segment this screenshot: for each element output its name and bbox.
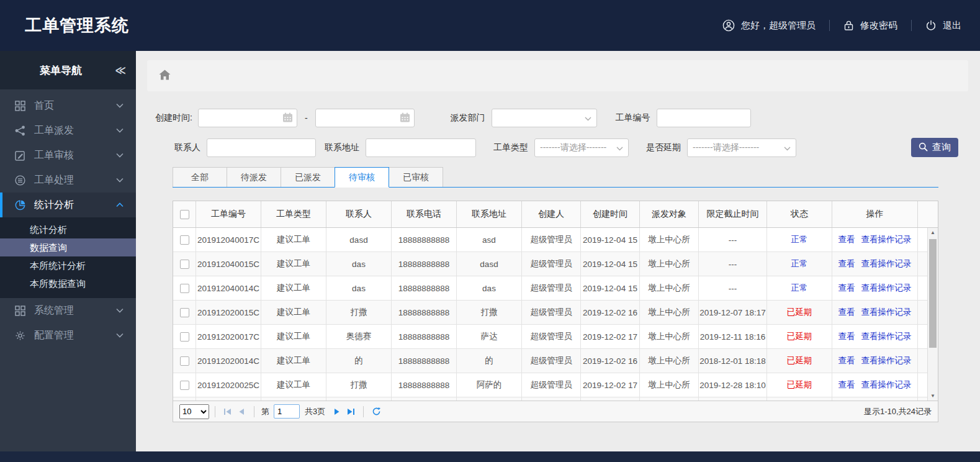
row-checkbox[interactable] — [180, 356, 189, 366]
view-log-link[interactable]: 查看操作记录 — [861, 258, 912, 270]
home-icon[interactable] — [159, 70, 171, 83]
view-log-link[interactable]: 查看操作记录 — [861, 307, 912, 318]
table-row: 201912020015C建议工单打撒18888888888打撒超级管理员201… — [173, 301, 938, 325]
divider — [911, 20, 912, 31]
search-icon — [919, 142, 928, 153]
sidebar-item-工单派发[interactable]: 工单派发 — [0, 118, 136, 143]
prev-page-button[interactable] — [235, 405, 248, 419]
row-checkbox[interactable] — [180, 332, 189, 342]
contact-input[interactable] — [207, 138, 316, 157]
next-page-button[interactable] — [330, 405, 344, 419]
row-checkbox[interactable] — [180, 235, 189, 245]
tab-全部[interactable]: 全部 — [173, 167, 227, 187]
table-cell: 18888888888 — [392, 228, 457, 251]
order-no-input[interactable] — [657, 109, 751, 127]
view-log-link[interactable]: 查看操作记录 — [861, 355, 912, 366]
view-link[interactable]: 查看 — [838, 258, 855, 270]
created-time-start-input[interactable] — [198, 109, 297, 127]
row-checkbox[interactable] — [180, 284, 189, 293]
status-badge: 正常 — [791, 234, 808, 245]
search-button-label: 查询 — [932, 142, 951, 153]
order-type-label: 工单类型 — [493, 142, 528, 153]
table-cell: 2018-12-01 18:18 — [699, 349, 767, 373]
table-cell: 2019-12-02 17 — [581, 373, 640, 397]
actions-cell — [832, 397, 918, 401]
column-header: 派发对象 — [640, 201, 699, 227]
status-cell: 正常 — [767, 276, 832, 300]
sidebar-item-统计分析[interactable]: 统计分析 — [0, 192, 136, 217]
address-input[interactable] — [366, 138, 476, 157]
select-all-cell — [173, 201, 196, 227]
column-header: 工单编号 — [196, 201, 261, 227]
table-row: 201912040017C建议工单dasd18888888888asd超级管理员… — [173, 228, 938, 252]
range-separator: - — [305, 113, 308, 123]
sidebar-subitem-统计分析[interactable]: 统计分析 — [0, 220, 136, 238]
dispatch-dept-select[interactable] — [492, 109, 597, 127]
user-greeting[interactable]: 您好，超级管理员 — [722, 19, 816, 32]
sidebar-subitem-本所统计分析[interactable]: 本所统计分析 — [0, 256, 136, 274]
logout-button[interactable]: 退出 — [925, 20, 961, 32]
status-cell: 已延期 — [767, 325, 832, 348]
column-header: 工单类型 — [261, 201, 326, 227]
sidebar-item-工单审核[interactable]: 工单审核 — [0, 143, 136, 168]
column-header: 限定截止时间 — [699, 201, 767, 227]
actions-cell: 查看查看操作记录 — [832, 325, 918, 348]
chevron-up-icon — [116, 202, 124, 207]
scroll-down-icon[interactable]: ▼ — [928, 391, 938, 401]
created-time-label: 创建时间: — [155, 112, 192, 124]
work-order-table: 工单编号工单类型联系人联系电话联系地址创建人创建时间派发对象限定截止时间状态操作… — [173, 201, 938, 422]
row-checkbox[interactable] — [180, 260, 189, 269]
view-link[interactable]: 查看 — [838, 234, 855, 245]
table-cell — [640, 397, 699, 401]
table-cell: 2019-12-02 17 — [581, 325, 640, 348]
table-scrollbar[interactable]: ▲▼ — [927, 228, 938, 401]
sidebar-item-配置管理[interactable]: 配置管理 — [0, 323, 136, 348]
collapse-sidebar-icon[interactable]: ≪ — [115, 64, 125, 77]
actions-cell: 查看查看操作记录 — [832, 228, 918, 251]
view-log-link[interactable]: 查看操作记录 — [861, 379, 912, 391]
first-page-button[interactable] — [221, 405, 235, 419]
view-link[interactable]: 查看 — [838, 283, 855, 294]
scroll-up-icon[interactable]: ▲ — [928, 228, 938, 237]
change-password-button[interactable]: 修改密码 — [843, 20, 897, 32]
table-cell: 超级管理员 — [522, 301, 581, 324]
view-link[interactable]: 查看 — [838, 379, 855, 391]
created-time-end-input[interactable] — [315, 109, 415, 127]
page-size-select[interactable]: 10 — [179, 404, 209, 419]
last-page-button[interactable] — [344, 405, 357, 419]
refresh-icon[interactable] — [369, 405, 383, 419]
view-log-link[interactable]: 查看操作记录 — [861, 331, 912, 342]
chevron-down-icon — [116, 103, 124, 108]
order-type-select[interactable]: -------请选择------- — [534, 138, 629, 157]
page-number-input[interactable] — [274, 404, 300, 419]
table-cell: 2019-12-11 18:16 — [699, 325, 767, 348]
select-all-checkbox[interactable] — [180, 210, 189, 219]
row-checkbox[interactable] — [180, 381, 189, 390]
view-log-link[interactable]: 查看操作记录 — [861, 283, 912, 294]
tab-待派发[interactable]: 待派发 — [227, 167, 281, 187]
view-log-link[interactable]: 查看操作记录 — [861, 234, 912, 245]
table-cell: 18888888888 — [392, 301, 457, 324]
row-checkbox[interactable] — [180, 308, 189, 317]
scrollbar-thumb[interactable] — [929, 239, 937, 348]
table-cell — [326, 397, 392, 401]
search-button[interactable]: 查询 — [911, 138, 958, 157]
sidebar-item-工单处理[interactable]: 工单处理 — [0, 168, 136, 192]
sidebar-item-系统管理[interactable]: 系统管理 — [0, 298, 136, 323]
table-cell: 建议工单 — [261, 373, 326, 397]
table-cell: 2019-12-28 18:10 — [699, 373, 767, 397]
app-header: 工单管理系统 您好，超级管理员 修改密码 退出 — [0, 0, 980, 51]
row-select-cell — [173, 373, 196, 397]
sidebar-subitem-本所数据查询[interactable]: 本所数据查询 — [0, 274, 136, 292]
view-link[interactable]: 查看 — [838, 355, 855, 366]
tab-已审核[interactable]: 已审核 — [389, 167, 443, 187]
order-no-label: 工单编号 — [616, 112, 650, 124]
tab-已派发[interactable]: 已派发 — [281, 167, 335, 187]
view-link[interactable]: 查看 — [838, 307, 855, 318]
view-link[interactable]: 查看 — [838, 331, 855, 342]
tab-待审核[interactable]: 待审核 — [335, 167, 389, 188]
delay-select[interactable]: -------请选择------- — [687, 138, 796, 157]
table-cell: 墩上中心所 — [640, 325, 699, 348]
sidebar-subitem-数据查询[interactable]: 数据查询 — [0, 238, 136, 256]
sidebar-item-首页[interactable]: 首页 — [0, 93, 136, 118]
